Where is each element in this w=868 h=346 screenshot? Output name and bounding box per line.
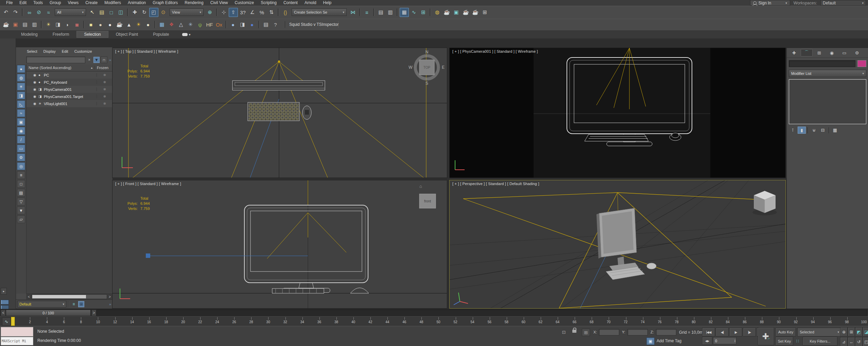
scene-object-row[interactable]: ◉ ● PC_Keyboard ❄ <box>27 79 112 86</box>
create-tab-icon[interactable]: ✚ <box>788 49 800 56</box>
plugin-menu-label[interactable]: Squid Studio v TSInspector <box>285 21 338 28</box>
set-key-button[interactable]: Set Key <box>776 337 793 346</box>
curve-editor-icon[interactable]: ∿ <box>409 8 418 17</box>
show-end-result-icon[interactable]: ▮ <box>798 127 806 134</box>
filter-dim-icon[interactable]: ▽ <box>17 198 25 205</box>
menu-item[interactable]: Arnold <box>301 0 320 6</box>
bind-to-space-warp-icon[interactable]: ≈ <box>44 8 53 17</box>
hf-icon[interactable]: HF <box>205 20 214 29</box>
scene-explorer-menu-item[interactable]: Display <box>44 49 56 53</box>
separator[interactable] <box>278 9 279 16</box>
mouse-shaded[interactable] <box>647 263 656 269</box>
toggle-ribbon-icon[interactable]: ▦ <box>400 8 409 17</box>
frozen-toggle-icon[interactable]: ❄ <box>97 80 112 84</box>
named-selection-set-dropdown[interactable]: Create Selection Se ▾ <box>292 9 347 16</box>
frozen-toggle-icon[interactable]: ❄ <box>97 95 112 98</box>
separator[interactable] <box>41 21 42 28</box>
select-and-scale-icon[interactable]: ◰ <box>149 8 158 17</box>
mouse-wireframe[interactable] <box>350 288 369 293</box>
separator[interactable] <box>83 21 85 28</box>
folder-icon[interactable]: ▱ <box>17 215 25 223</box>
workspaces-dropdown[interactable]: Default ▾ <box>820 0 866 6</box>
menu-item[interactable]: Views <box>64 0 82 6</box>
sun-light-icon[interactable]: ☀ <box>134 20 143 29</box>
absolute-offset-toggle-icon[interactable]: ⊞ <box>582 329 590 336</box>
scene-object-row[interactable]: ◉ ☀ VRayLight001 ❄ <box>27 100 112 107</box>
filter-funnel-icon[interactable]: ▼ <box>17 207 25 214</box>
render-presets-icon[interactable]: ⊞ <box>480 8 489 17</box>
orbit-icon[interactable]: ↺ <box>855 337 863 346</box>
select-and-link-icon[interactable]: ∞ <box>25 8 34 17</box>
make-unique-icon[interactable]: ⊎ <box>810 127 818 134</box>
edit-named-selection-sets-icon[interactable]: {} <box>281 8 290 17</box>
ox-icon[interactable]: Ox <box>214 20 224 29</box>
time-slider-track[interactable] <box>97 310 867 316</box>
set-keys-button[interactable]: ✚⌐ <box>758 327 774 345</box>
display-cameras-filter-icon[interactable]: ◨ <box>17 92 25 99</box>
separator[interactable] <box>359 9 361 16</box>
rendered-frame-window-icon[interactable]: ▣ <box>452 8 461 17</box>
maxscript-mini-listener[interactable]: MAXScript Mi <box>1 327 33 345</box>
toggle-scene-explorer-icon[interactable]: ▥ <box>386 8 395 17</box>
configure-modifier-sets-icon[interactable]: ▦ <box>831 127 839 134</box>
time-tag-cube-icon[interactable]: ▣ <box>646 337 655 345</box>
menu-item[interactable]: Help <box>320 0 335 6</box>
modifier-stack[interactable] <box>789 79 866 124</box>
menu-item[interactable]: Group <box>46 0 64 6</box>
layers-view-icon[interactable]: ≡ <box>71 301 77 307</box>
expand-panel-button[interactable]: ▸ <box>1 288 7 295</box>
ribbon-tab[interactable]: Populate <box>145 31 176 38</box>
scroll-left-icon[interactable]: < <box>26 295 32 299</box>
render-teapot-icon[interactable]: ☕ <box>1 20 11 29</box>
display-xrefs-filter-icon[interactable]: ◉ <box>17 127 25 135</box>
rectangular-selection-region-icon[interactable]: □ <box>107 8 116 17</box>
render-queue-icon[interactable]: ▥ <box>30 20 39 29</box>
display-tab-icon[interactable]: ▭ <box>838 49 850 56</box>
select-and-place-icon[interactable]: ⊙ <box>159 8 168 17</box>
ribbon-tab[interactable]: Freeform <box>45 31 77 38</box>
display-geometry-filter-icon[interactable]: ● <box>17 65 25 73</box>
separator[interactable] <box>808 127 808 133</box>
menu-item[interactable]: Civil View <box>207 0 231 6</box>
display-groups-filter-icon[interactable]: ▣ <box>17 118 25 126</box>
material-sphere-beige-icon[interactable]: ● <box>96 20 105 29</box>
viewcube-3d[interactable] <box>752 191 777 215</box>
scene-explorer-menu-item[interactable]: Edit <box>62 49 68 53</box>
visibility-eye-icon[interactable]: ◉ <box>33 80 38 84</box>
key-mode-toggle-icon[interactable]: ◀▶ <box>702 337 712 345</box>
display-materials-filter-icon[interactable]: ⚙ <box>17 153 25 161</box>
current-frame-field[interactable]: 0 ▴▾ <box>713 337 736 344</box>
previous-frame-arrow-icon[interactable]: < <box>1 310 6 316</box>
timeline-playhead[interactable] <box>11 317 15 326</box>
add-time-tag-label[interactable]: Add Time Tag <box>657 339 681 343</box>
maximize-viewport-icon[interactable]: ◰ <box>863 337 868 346</box>
selection-lock-icon[interactable] <box>572 330 576 333</box>
molecule-map-icon[interactable]: ❖ <box>167 20 176 29</box>
schematic-view-icon[interactable]: ⊞ <box>419 8 428 17</box>
select-object-icon[interactable]: ↖ <box>88 8 97 17</box>
rendered-frame-icon[interactable]: ▣ <box>11 20 20 29</box>
scene-explorer-menu-item[interactable]: Select <box>27 49 37 53</box>
maxscript-listener-field[interactable]: MAXScript Mi <box>1 337 33 345</box>
utilities-tab-icon[interactable]: ⚙ <box>851 49 863 56</box>
zoom-extents-icon[interactable]: ◩ <box>855 327 863 336</box>
menu-item[interactable]: Create <box>82 0 101 6</box>
name-column-header[interactable]: Name (Sorted Ascending) <box>29 66 90 70</box>
viewport-label[interactable]: [ + ] [ Top ] [ Standard ] [ Wireframe ] <box>115 49 178 53</box>
toggle-layer-explorer-icon[interactable]: ▤ <box>376 8 385 17</box>
menu-item[interactable]: Animation <box>124 0 149 6</box>
material-egg-icon[interactable]: ● <box>143 20 153 29</box>
sign-in-button[interactable]: Sign In ▾ <box>750 0 790 6</box>
frozen-toggle-icon[interactable]: ❄ <box>97 102 112 105</box>
viewport-layout-tab[interactable] <box>1 300 9 304</box>
key-filters-button[interactable]: Key Filters... <box>803 337 837 346</box>
scrollbar-thumb[interactable] <box>32 295 86 298</box>
sphere-blue-icon[interactable]: ● <box>228 20 238 29</box>
selection-filter-dropdown[interactable]: All ▾ <box>55 9 86 16</box>
viewport-label[interactable]: [ + ] [ PhysCamera001 ] [ Standard ] [ W… <box>452 49 538 53</box>
viewport-label[interactable]: [ + ] [ Perspective ] [ Standard ] [ Def… <box>452 182 539 186</box>
snap-toggle-3d-icon[interactable]: 3? <box>238 8 247 17</box>
material-sphere-white-icon[interactable]: ● <box>105 20 115 29</box>
menu-item[interactable]: Modifiers <box>101 0 124 6</box>
viewport-perspective[interactable]: [ + ] [ Perspective ] [ Standard ] [ Def… <box>449 180 786 309</box>
